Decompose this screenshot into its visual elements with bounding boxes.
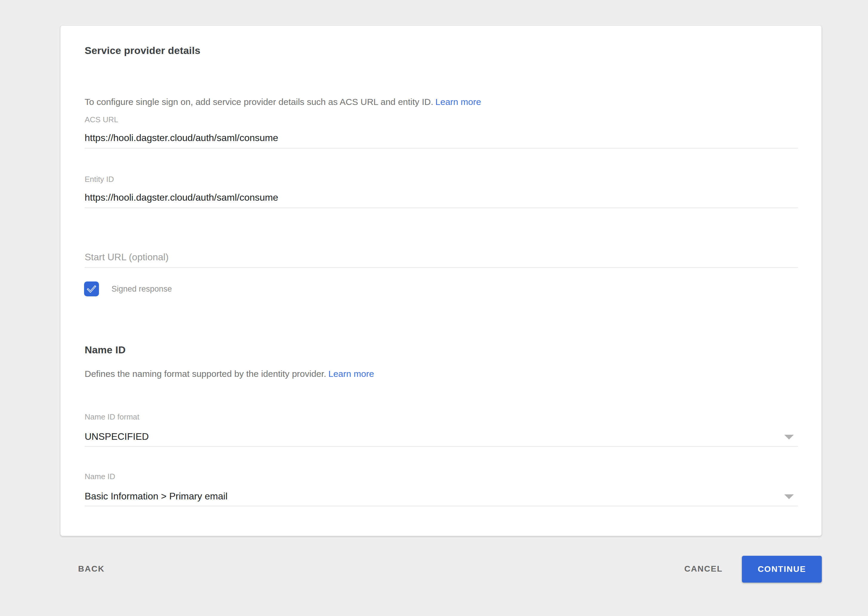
entity-id-label: Entity ID [85, 175, 114, 184]
cancel-button[interactable]: CANCEL [677, 558, 730, 580]
learn-more-link-service-provider[interactable]: Learn more [435, 97, 481, 107]
page-background: Service provider details To configure si… [0, 0, 868, 616]
service-provider-details-card: Service provider details To configure si… [60, 25, 822, 536]
name-id-select[interactable]: Basic Information > Primary email [85, 489, 798, 506]
signed-response-checkbox[interactable] [84, 281, 99, 296]
dropdown-arrow-icon[interactable] [784, 494, 794, 499]
name-id-format-value: UNSPECIFIED [85, 431, 149, 442]
signed-response-row: Signed response [84, 281, 172, 296]
entity-id-input[interactable] [85, 190, 798, 208]
section2-description-text: Defines the naming format supported by t… [85, 369, 326, 379]
acs-url-label: ACS URL [85, 115, 118, 124]
learn-more-link-name-id[interactable]: Learn more [328, 369, 374, 379]
name-id-value: Basic Information > Primary email [85, 491, 228, 501]
section-title-service-provider-details: Service provider details [85, 44, 200, 57]
dropdown-arrow-icon[interactable] [784, 435, 794, 440]
section1-description: To configure single sign on, add service… [85, 96, 481, 108]
back-button[interactable]: BACK [71, 558, 112, 580]
start-url-input[interactable] [85, 250, 798, 268]
section-title-name-id: Name ID [85, 344, 126, 356]
section1-description-text: To configure single sign on, add service… [85, 97, 433, 107]
checkmark-icon [86, 283, 97, 295]
signed-response-label: Signed response [111, 284, 172, 294]
name-id-format-label: Name ID format [85, 412, 140, 421]
section2-description: Defines the naming format supported by t… [85, 368, 374, 380]
acs-url-input[interactable] [85, 130, 798, 148]
name-id-format-select[interactable]: UNSPECIFIED [85, 429, 798, 447]
name-id-label: Name ID [85, 472, 115, 481]
continue-button[interactable]: CONTINUE [742, 556, 822, 583]
